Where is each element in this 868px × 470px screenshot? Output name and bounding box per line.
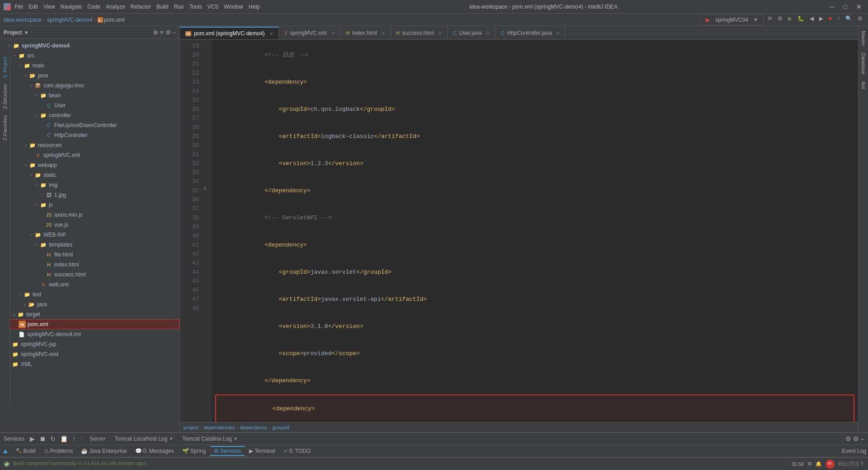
deploy-icon[interactable]: ↑ bbox=[835, 14, 842, 25]
svc-icon-3[interactable]: ↻ bbox=[48, 434, 57, 443]
nav-springmvc-demo4[interactable]: springMVC-demo4 bbox=[47, 17, 92, 23]
svc-icon-1[interactable]: ▶ bbox=[28, 434, 37, 443]
tab-close[interactable]: ✕ bbox=[556, 31, 560, 36]
vtab-project[interactable]: 1: Project bbox=[1, 54, 9, 81]
bc-dependencies[interactable]: dependencies bbox=[204, 425, 235, 430]
menu-file[interactable]: File bbox=[14, 4, 23, 10]
bc-project[interactable]: project bbox=[184, 425, 198, 430]
stop-icon[interactable]: ■ bbox=[827, 14, 834, 25]
tree-item-fileupdown[interactable]: C FileUpAndDownController bbox=[0, 120, 179, 130]
menu-code[interactable]: Code bbox=[87, 4, 100, 10]
tree-item-user[interactable]: C User bbox=[0, 100, 179, 110]
menu-refactor[interactable]: Refactor bbox=[131, 4, 151, 10]
project-tree[interactable]: ▼ 📁 springMVC-demo4 ▼ 📁 src ▼ 📁 main ▼ 📂 bbox=[0, 39, 179, 432]
warning-icon[interactable]: ⚠ bbox=[203, 185, 207, 191]
tab-pom-xml[interactable]: m pom.xml (springMVC-demo4) ✕ bbox=[180, 27, 279, 39]
hide-icon[interactable]: – bbox=[173, 29, 176, 36]
tab-close[interactable]: ✕ bbox=[486, 31, 490, 36]
code-content[interactable]: <!-- 日志 --> <dependency> <groupId>ch.qos… bbox=[212, 40, 858, 422]
gear-icon[interactable]: ⚙ bbox=[853, 435, 859, 442]
tab-httpcontroller-java[interactable]: C HttpController.java ✕ bbox=[495, 27, 566, 39]
expand-icon[interactable]: ▲ bbox=[2, 447, 9, 455]
code-editor[interactable]: 19 20 21 22 23 24 25 26 27 28 29 30 31 3… bbox=[180, 40, 858, 422]
tree-item-target[interactable]: ▶ 📁 target bbox=[0, 309, 179, 319]
vtab-database[interactable]: Database bbox=[859, 50, 868, 77]
locate-icon[interactable]: ⊕ bbox=[153, 29, 158, 36]
tree-item-package[interactable]: ▼ 📦 com.atguigu.mvc bbox=[0, 81, 179, 90]
tab-spring[interactable]: 🌱 Spring bbox=[179, 447, 210, 455]
tab-close[interactable]: ✕ bbox=[269, 31, 273, 36]
tree-item-webapp[interactable]: ▼ 📁 webapp bbox=[0, 160, 179, 170]
tree-item-pom-xml[interactable]: m pom.xml bbox=[0, 319, 179, 329]
tab-success-html[interactable]: H success.html ✕ bbox=[391, 27, 448, 39]
tree-item-springmvc-xml[interactable]: X springMVC.xml bbox=[0, 150, 179, 160]
tree-item-webinf[interactable]: ▼ 📁 WEB-INF bbox=[0, 230, 179, 240]
menu-view[interactable]: View bbox=[43, 4, 55, 10]
vtab-ant[interactable]: Ant bbox=[859, 79, 868, 92]
tab-close[interactable]: ✕ bbox=[438, 31, 442, 36]
status-icon-2[interactable]: 🔔 bbox=[816, 461, 822, 467]
back-icon[interactable]: ◀ bbox=[808, 14, 816, 25]
tab-dropdown[interactable]: ▼ bbox=[169, 437, 173, 441]
bc-groupid[interactable]: groupId bbox=[273, 425, 289, 430]
tree-item-springmvc-rest[interactable]: ▶ 📁 springMVC-rest bbox=[0, 349, 179, 359]
close-button[interactable]: ✕ bbox=[854, 2, 864, 11]
minimize-button[interactable]: ─ bbox=[827, 2, 837, 11]
tab-terminal[interactable]: ▶ Terminal bbox=[245, 447, 278, 455]
settings-panel-icon[interactable]: ⚙ bbox=[165, 29, 171, 36]
vtab-structure[interactable]: Z-Structure bbox=[1, 81, 9, 112]
tree-item-web-xml[interactable]: X web.xml bbox=[0, 280, 179, 290]
tab-user-java[interactable]: C User.java ✕ bbox=[448, 27, 495, 39]
tree-item-file-html[interactable]: H file.html bbox=[0, 250, 179, 260]
run-config-selector[interactable]: ▶ springMVC04 ▼ bbox=[700, 14, 764, 25]
tab-java-enterprise[interactable]: ☕ Java Enterprise bbox=[77, 447, 130, 455]
tree-item-img[interactable]: ▼ 📁 img bbox=[0, 180, 179, 190]
menu-tools[interactable]: Tools bbox=[189, 4, 202, 10]
dropdown-icon[interactable]: ▼ bbox=[752, 16, 760, 23]
tab-dropdown[interactable]: ▼ bbox=[234, 437, 238, 441]
menu-vcs[interactable]: VCS bbox=[208, 4, 219, 10]
menu-help[interactable]: Help bbox=[249, 4, 260, 10]
tab-todo[interactable]: ✓ 6: TODO bbox=[280, 447, 315, 455]
menu-window[interactable]: Window bbox=[224, 4, 243, 10]
tree-item-java[interactable]: ▼ 📂 java bbox=[0, 71, 179, 81]
tree-item-springmvc-jsp[interactable]: ▶ 📁 springMVC-jsp bbox=[0, 339, 179, 349]
bc-dependency[interactable]: dependency bbox=[240, 425, 267, 430]
tree-item-resources[interactable]: ▼ 📁 resources bbox=[0, 140, 179, 150]
debug-button[interactable]: 🐛 bbox=[796, 14, 806, 25]
tree-item-controller[interactable]: ▼ 📁 controller bbox=[0, 110, 179, 120]
tree-item-test[interactable]: ▼ 📁 test bbox=[0, 290, 179, 299]
project-dropdown-icon[interactable]: ▼ bbox=[24, 30, 29, 35]
tree-item-test-java[interactable]: ▶ 📂 java bbox=[0, 299, 179, 309]
menu-bar[interactable]: File Edit View Navigate Code Analyze Ref… bbox=[14, 4, 260, 10]
tab-index-html[interactable]: H index.html ✕ bbox=[341, 27, 391, 39]
tab-services[interactable]: ⚙ Services bbox=[210, 446, 245, 456]
tab-tomcat-catalina-log[interactable]: Tomcat Catalina Log ▼ bbox=[179, 435, 241, 443]
svc-icon-5[interactable]: ↑ bbox=[71, 434, 77, 443]
nav-idea-workspace[interactable]: idea-workspace bbox=[4, 17, 42, 23]
svc-icon-4[interactable]: 📋 bbox=[58, 434, 70, 443]
tree-item-springmvc-demo4[interactable]: ▼ 📁 springMVC-demo4 bbox=[0, 41, 179, 51]
tree-item-templates[interactable]: ▼ 📁 templates bbox=[0, 240, 179, 250]
tree-item-httpcontroller[interactable]: C HttpController bbox=[0, 130, 179, 140]
settings-icon[interactable]: ⚙ bbox=[856, 14, 864, 25]
tab-springmvc-xml[interactable]: X springMVC.xml ✕ bbox=[279, 27, 341, 39]
menu-edit[interactable]: Edit bbox=[28, 4, 38, 10]
menu-analyze[interactable]: Analyze bbox=[106, 4, 125, 10]
sync-icon[interactable]: ⟳ bbox=[766, 14, 774, 25]
tree-item-js[interactable]: ▼ 📁 js bbox=[0, 200, 179, 210]
tree-item-main[interactable]: ▼ 📁 main bbox=[0, 61, 179, 71]
restore-icon[interactable]: ⚙ bbox=[845, 435, 851, 442]
menu-navigate[interactable]: Navigate bbox=[61, 4, 82, 10]
menu-run[interactable]: Run bbox=[174, 4, 184, 10]
tab-tomcat-localhost-log[interactable]: Tomcat Localhost Log ▼ bbox=[111, 435, 177, 443]
tab-problems[interactable]: ⚠ Problems bbox=[40, 447, 77, 455]
tab-close[interactable]: ✕ bbox=[331, 31, 335, 36]
tab-server[interactable]: Server bbox=[86, 435, 109, 443]
tree-item-src[interactable]: ▼ 📁 src bbox=[0, 51, 179, 61]
search-icon[interactable]: 🔍 bbox=[844, 14, 854, 25]
tree-item-success-html[interactable]: H success.html bbox=[0, 270, 179, 280]
vtab-maven[interactable]: Maven bbox=[859, 28, 868, 48]
tree-item-1jpg[interactable]: 🖼 1.jpg bbox=[0, 190, 179, 200]
forward-icon[interactable]: ▶ bbox=[817, 14, 825, 25]
